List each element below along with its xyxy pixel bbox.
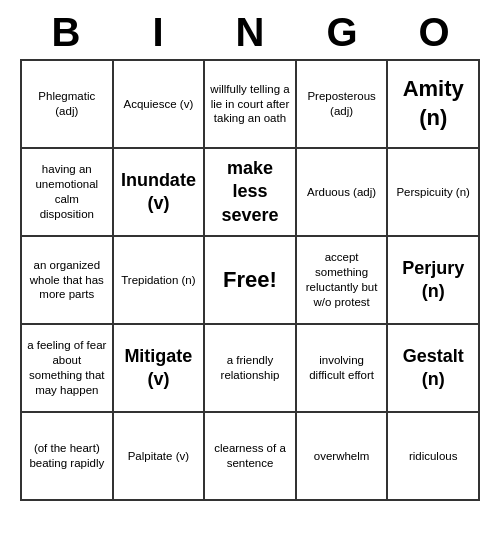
- letter-o: O: [390, 10, 478, 55]
- bingo-cell-6: Inundate (v): [114, 149, 206, 237]
- bingo-cell-10: an organized whole that has more parts: [22, 237, 114, 325]
- bingo-cell-17: a friendly relationship: [205, 325, 297, 413]
- bingo-cell-16: Mitigate (v): [114, 325, 206, 413]
- bingo-cell-3: Preposterous (adj): [297, 61, 389, 149]
- bingo-cell-22: clearness of a sentence: [205, 413, 297, 501]
- bingo-cell-15: a feeling of fear about something that m…: [22, 325, 114, 413]
- bingo-cell-24: ridiculous: [388, 413, 480, 501]
- bingo-cell-0: Phlegmatic (adj): [22, 61, 114, 149]
- bingo-cell-8: Arduous (adj): [297, 149, 389, 237]
- bingo-grid: Phlegmatic (adj)Acquiesce (v)willfully t…: [20, 59, 480, 501]
- bingo-cell-14: Perjury (n): [388, 237, 480, 325]
- bingo-cell-5: having an unemotional calm disposition: [22, 149, 114, 237]
- bingo-cell-12: Free!: [205, 237, 297, 325]
- bingo-cell-9: Perspicuity (n): [388, 149, 480, 237]
- letter-g: G: [298, 10, 386, 55]
- bingo-cell-11: Trepidation (n): [114, 237, 206, 325]
- bingo-cell-4: Amity (n): [388, 61, 480, 149]
- bingo-cell-23: overwhelm: [297, 413, 389, 501]
- bingo-cell-19: Gestalt (n): [388, 325, 480, 413]
- letter-i: I: [114, 10, 202, 55]
- bingo-title: B I N G O: [20, 10, 480, 55]
- bingo-cell-1: Acquiesce (v): [114, 61, 206, 149]
- bingo-cell-21: Palpitate (v): [114, 413, 206, 501]
- bingo-cell-18: involving difficult effort: [297, 325, 389, 413]
- bingo-cell-13: accept something reluctantly but w/o pro…: [297, 237, 389, 325]
- bingo-cell-20: (of the heart) beating rapidly: [22, 413, 114, 501]
- letter-n: N: [206, 10, 294, 55]
- bingo-cell-7: make less severe: [205, 149, 297, 237]
- bingo-cell-2: willfully telling a lie in court after t…: [205, 61, 297, 149]
- letter-b: B: [22, 10, 110, 55]
